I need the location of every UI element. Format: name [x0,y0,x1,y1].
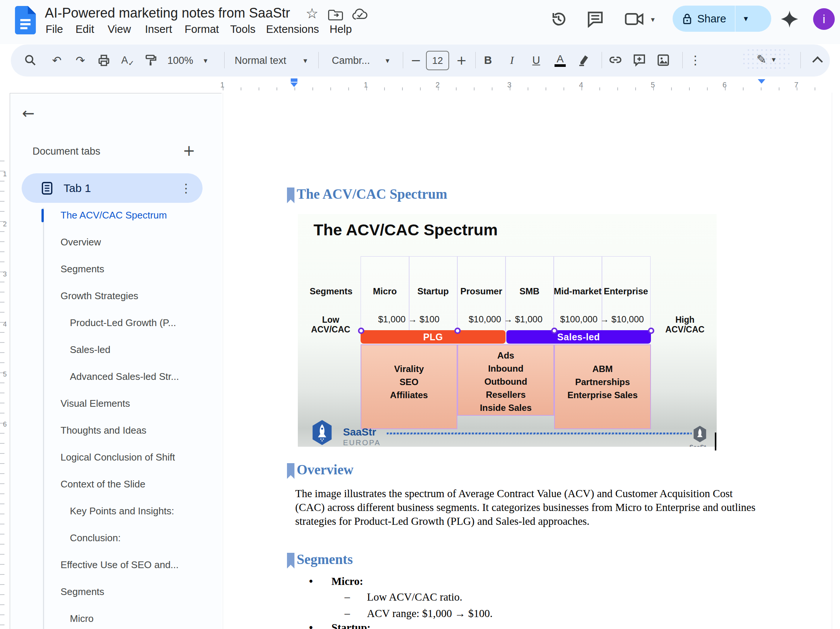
outline-item[interactable]: Key Points and Insights: [70,505,174,517]
toolbar-divider [801,52,801,68]
doc-heading-acv-cac-spectrum: The ACV/CAC Spectrum [297,186,447,202]
low-acv-label2: ACV/CAC [311,325,351,335]
tab-menu-kebab-icon[interactable]: ⋮ [180,181,192,195]
insert-link-icon[interactable] [607,52,624,69]
tab-label: Tab 1 [63,182,91,195]
outline-item[interactable]: Growth Strategies [60,290,138,302]
strategy-cell-sales: ABM Partnerships Enterprise Sales [554,344,651,429]
bookmark-icon[interactable] [287,553,294,569]
segment-header: Prosumer [460,286,502,296]
share-caret-icon[interactable]: ▾ [744,14,748,23]
dash-icon: – [344,591,350,603]
search-icon[interactable] [22,52,39,69]
tab-item-tab1[interactable]: Tab 1 ⋮ [22,173,202,203]
menu-edit[interactable]: Edit [76,23,94,35]
editing-mode-button[interactable]: ✎ ▾ [742,48,790,71]
ruler-mark: 6 [3,421,7,429]
menu-view[interactable]: View [107,23,131,35]
outline-item[interactable]: Sales-led [70,344,110,356]
paragraph-style-caret-icon[interactable]: ▾ [303,57,307,64]
menu-help[interactable]: Help [330,23,352,35]
outline-item[interactable]: Segments [60,586,104,597]
gemini-sparkle-icon[interactable] [780,10,799,28]
docs-logo-icon[interactable] [15,6,36,35]
more-options-icon[interactable]: ⋮ [687,52,704,69]
highlight-color-icon[interactable] [575,52,593,69]
bullet-icon: • [309,621,313,629]
text-color-button[interactable]: A [551,52,569,69]
menu-format[interactable]: Format [185,23,219,35]
indent-marker-left[interactable] [291,79,298,87]
font-size-decrease-button[interactable]: − [407,52,425,69]
outline-item[interactable]: Advanced Sales-led Str... [70,371,179,383]
paint-format-icon[interactable] [142,52,159,69]
bookmark-icon[interactable] [287,463,294,479]
indent-marker-right[interactable] [758,79,765,84]
outline-item[interactable]: Micro [70,613,94,624]
outline-item[interactable]: Product-Led Growth (P... [70,317,176,329]
spellcheck-icon[interactable]: A ✓ [119,52,136,69]
outline-item[interactable]: Thoughts and Ideas [60,425,147,436]
outline-item[interactable]: The ACV/CAC Spectrum [60,210,167,221]
spectrum-dot [551,328,557,334]
zoom-select[interactable]: 100% [167,55,193,66]
insert-image-icon[interactable] [655,52,672,69]
font-size-increase-button[interactable]: + [453,52,470,69]
ruler-mark: 1 [363,81,368,89]
embedded-slide-image[interactable]: The ACV/CAC Spectrum Segments Micro Star… [298,214,717,447]
meet-video-icon[interactable] [625,11,644,27]
menu-file[interactable]: File [46,23,63,35]
bullet-icon: • [309,575,313,588]
outline-active-indicator [41,209,44,222]
share-button[interactable]: Share ▾ [673,6,771,32]
ruler-mark: 1 [3,170,7,178]
acv-range: $10,000 → $1,000 [457,314,554,325]
add-comment-icon[interactable] [631,52,648,69]
outline-item[interactable]: Visual Elements [60,398,130,409]
bullet-term-startup: Startup: [332,621,371,629]
undo-icon[interactable]: ↶ [48,52,65,69]
sales-led-bar: Sales-led [506,330,651,344]
menu-extensions[interactable]: Extensions [266,23,319,35]
outline-item[interactable]: Effective Use of SEO and... [60,559,178,571]
strategy-line: Inside Sales [458,401,553,414]
comments-icon[interactable] [587,11,604,28]
lock-icon [682,13,692,25]
star-icon[interactable]: ☆ [306,5,318,22]
italic-button[interactable]: I [503,52,521,69]
print-icon[interactable] [95,52,112,69]
font-family-caret-icon[interactable]: ▾ [385,57,389,64]
font-size-input[interactable]: 12 [426,51,449,70]
outline-item[interactable]: Logical Conclusion of Shift [60,452,175,463]
outline-item[interactable]: Context of the Slide [60,478,145,490]
zoom-caret-icon[interactable]: ▾ [204,57,207,64]
doc-heading-overview: Overview [297,462,354,478]
move-folder-icon[interactable] [328,8,343,21]
meet-caret-icon[interactable]: ▾ [651,16,655,23]
add-tab-button[interactable]: + [183,142,196,159]
account-avatar[interactable]: i [813,8,835,30]
bold-button[interactable]: B [479,52,497,69]
menu-insert[interactable]: Insert [145,23,172,35]
font-family-select[interactable]: Cambr... [332,55,370,66]
outline-item[interactable]: Overview [60,236,101,248]
strategy-line: ABM [555,362,650,375]
paragraph-style-select[interactable]: Normal text [235,55,286,66]
acv-range: $1,000 → $100 [360,314,457,325]
underline-button[interactable]: U [527,52,545,69]
document-title[interactable]: AI-Powered marketing notes from SaaStr [45,5,290,21]
collapse-toolbar-icon[interactable] [809,52,826,69]
outline-item[interactable]: Segments [60,263,104,275]
bullet-sub-item: Low ACV/CAC ratio. [367,591,462,603]
bookmark-icon[interactable] [287,188,294,203]
menu-tools[interactable]: Tools [230,23,256,35]
toolbar-divider [682,52,683,68]
cloud-status-icon[interactable] [352,8,368,21]
strategy-cell-mid: Ads Inbound Outbound Resellers Inside Sa… [457,344,554,416]
version-history-icon[interactable] [550,11,567,28]
outline-item[interactable]: Conclusion: [70,532,121,544]
close-panel-back-icon[interactable]: ← [22,105,35,122]
redo-icon[interactable]: ↷ [72,52,89,69]
ruler-ticks [0,161,5,629]
strategy-cell-plg: Virality SEO Affiliates [361,344,457,429]
